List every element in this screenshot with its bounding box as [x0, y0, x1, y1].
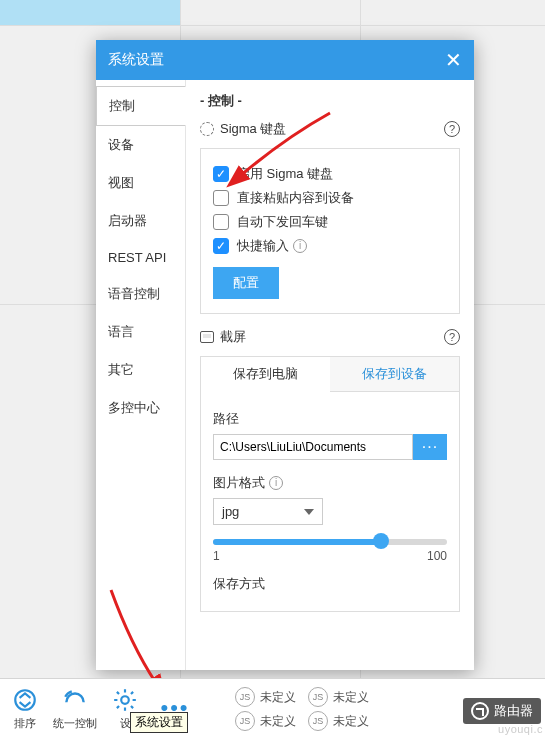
toolbar-sort-label: 排序	[14, 717, 36, 729]
js-chip[interactable]: JS未定义	[235, 711, 296, 731]
chevron-down-icon	[304, 509, 314, 515]
option-row-3: 快捷输入i	[213, 237, 447, 255]
screenshot-tabs: 保存到电脑 保存到设备	[200, 356, 460, 392]
sidebar-item-7[interactable]: 其它	[96, 351, 185, 389]
section-title-control: - 控制 -	[200, 92, 460, 110]
dialog-title: 系统设置	[108, 51, 164, 69]
screenshot-group-label: 截屏	[220, 328, 246, 346]
settings-dialog: 系统设置 ✕ 控制设备视图启动器REST API语音控制语言其它多控中心 - 控…	[96, 40, 474, 670]
checkbox[interactable]	[213, 214, 229, 230]
group-header-sigma: Sigma 键盘 ?	[200, 120, 460, 138]
browse-button[interactable]: ···	[413, 434, 447, 460]
unified-icon	[61, 686, 89, 714]
sidebar-item-1[interactable]: 设备	[96, 126, 185, 164]
tab-body-save-pc: 路径 ··· 图片格式 i jpg	[200, 392, 460, 612]
slider-min: 1	[213, 549, 220, 563]
checkbox[interactable]	[213, 190, 229, 206]
close-icon[interactable]: ✕	[445, 48, 462, 72]
sidebar-item-5[interactable]: 语音控制	[96, 275, 185, 313]
format-label: 图片格式	[213, 474, 265, 492]
slider-max: 100	[427, 549, 447, 563]
info-icon[interactable]: i	[293, 239, 307, 253]
slider-fill	[213, 539, 381, 545]
path-label: 路径	[213, 410, 447, 428]
group-header-screenshot: 截屏 ?	[200, 328, 460, 346]
gear-icon	[200, 122, 214, 136]
option-label: 快捷输入	[237, 237, 289, 255]
sigma-group-label: Sigma 键盘	[220, 120, 286, 138]
toolbar-settings-label: 设	[120, 717, 131, 729]
sidebar-item-4[interactable]: REST API	[96, 240, 185, 275]
tab-save-pc[interactable]: 保存到电脑	[201, 357, 330, 392]
sigma-panel: 启用 Sigma 键盘直接粘贴内容到设备自动下发回车键快捷输入i配置	[200, 148, 460, 314]
js-badge-icon: JS	[235, 711, 255, 731]
js-badge-icon: JS	[308, 687, 328, 707]
sidebar-item-3[interactable]: 启动器	[96, 202, 185, 240]
toolbar-sort[interactable]: 排序	[0, 686, 50, 731]
option-row-1: 直接粘贴内容到设备	[213, 189, 447, 207]
sidebar-item-2[interactable]: 视图	[96, 164, 185, 202]
js-chip[interactable]: JS未定义	[235, 687, 296, 707]
toolbar-unified[interactable]: 统一控制	[50, 686, 100, 731]
js-chips: JS未定义 JS未定义 JS未定义 JS未定义	[235, 687, 369, 731]
quality-slider[interactable]: 1 100	[213, 539, 447, 563]
slider-thumb[interactable]	[373, 533, 389, 549]
screenshot-panel: 保存到电脑 保存到设备 路径 ··· 图片格式 i jpg	[200, 356, 460, 612]
watermark: uyouqi.c	[498, 723, 543, 735]
sidebar-item-0[interactable]: 控制	[96, 86, 186, 126]
settings-sidebar: 控制设备视图启动器REST API语音控制语言其它多控中心	[96, 80, 186, 670]
router-badge[interactable]: 路由器	[463, 698, 541, 724]
save-mode-label: 保存方式	[213, 575, 447, 593]
info-icon[interactable]: i	[269, 476, 283, 490]
js-chip[interactable]: JS未定义	[308, 687, 369, 707]
js-badge-icon: JS	[235, 687, 255, 707]
sidebar-item-6[interactable]: 语言	[96, 313, 185, 351]
screenshot-icon	[200, 331, 214, 343]
settings-tooltip: 系统设置	[130, 712, 188, 733]
config-button[interactable]: 配置	[213, 267, 279, 299]
js-chip[interactable]: JS未定义	[308, 711, 369, 731]
router-icon	[471, 702, 489, 720]
format-value: jpg	[222, 504, 239, 519]
option-label: 启用 Sigma 键盘	[237, 165, 333, 183]
tab-save-device[interactable]: 保存到设备	[330, 357, 459, 392]
toolbar-unified-label: 统一控制	[53, 717, 97, 729]
format-select[interactable]: jpg	[213, 498, 323, 525]
sort-icon	[11, 686, 39, 714]
option-row-2: 自动下发回车键	[213, 213, 447, 231]
path-input[interactable]	[213, 434, 413, 460]
option-label: 自动下发回车键	[237, 213, 328, 231]
svg-point-1	[121, 696, 129, 704]
settings-content: - 控制 - Sigma 键盘 ? 启用 Sigma 键盘直接粘贴内容到设备自动…	[186, 80, 474, 670]
js-badge-icon: JS	[308, 711, 328, 731]
sidebar-item-8[interactable]: 多控中心	[96, 389, 185, 427]
help-icon[interactable]: ?	[444, 121, 460, 137]
checkbox[interactable]	[213, 166, 229, 182]
help-icon[interactable]: ?	[444, 329, 460, 345]
option-label: 直接粘贴内容到设备	[237, 189, 354, 207]
checkbox[interactable]	[213, 238, 229, 254]
option-row-0: 启用 Sigma 键盘	[213, 165, 447, 183]
dialog-header: 系统设置 ✕	[96, 40, 474, 80]
settings-gear-icon	[111, 686, 139, 714]
